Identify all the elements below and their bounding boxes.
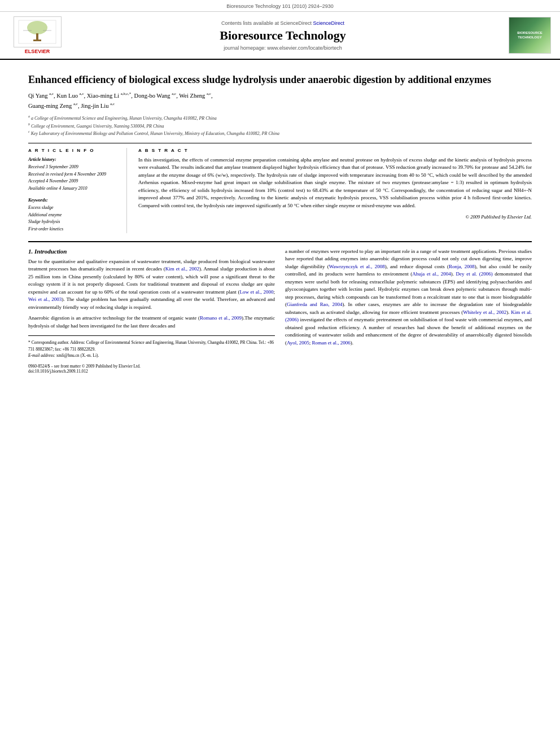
keyword-4: First-order kinetics	[28, 226, 120, 233]
elsevier-brand-text: ELSEVIER	[25, 49, 50, 54]
ref-ayol2005[interactable]: Ayol, 2005	[287, 340, 309, 346]
elsevier-logo-image	[14, 16, 62, 47]
ref-romano2009[interactable]: Romano et al., 2009	[200, 315, 242, 321]
issn-line: 0960-8524/$ – see front matter © 2009 Pu…	[28, 364, 275, 369]
keyword-2: Additional enzyme	[28, 212, 120, 219]
journal-reference: Bioresource Technology 101 (2010) 2924–2…	[0, 0, 560, 11]
abstract-text: In this investigation, the effects of co…	[138, 156, 532, 210]
bioresource-logo-box: BIORESOURCETECHNOLOGY	[509, 17, 551, 54]
ref-whiteley2002[interactable]: Whiteley et al., 2002	[463, 309, 506, 315]
history-label: Article history:	[28, 156, 120, 164]
intro-title-text: Introduction	[34, 248, 67, 255]
article-title: Enhanced efficiency of biological excess…	[28, 73, 532, 86]
affil-a: a a College of Environmental Science and…	[28, 114, 532, 122]
keyword-3: Sludge hydrolysis	[28, 219, 120, 226]
elsevier-logo: ELSEVIER	[9, 16, 65, 54]
main-content: Enhanced efficiency of biological excess…	[0, 60, 560, 385]
article-history: Article history: Received 3 September 20…	[28, 156, 120, 193]
affiliations: a a College of Environmental Science and…	[28, 114, 532, 137]
svg-rect-2	[36, 33, 38, 40]
abstract-heading: A B S T R A C T	[138, 148, 532, 153]
affil-b: b College of Environment, Guangxi Univer…	[28, 122, 532, 130]
svg-point-1	[27, 21, 47, 34]
received-date: Received 3 September 2009	[28, 164, 120, 171]
keyword-1: Excess sludge	[28, 204, 120, 212]
intro-heading: 1. Introduction	[28, 248, 275, 255]
keywords-label: Keywords:	[28, 197, 120, 204]
ref-roman2006[interactable]: Roman et al., 2006	[312, 340, 350, 346]
ref-ronja2008[interactable]: Ronja, 2008	[449, 264, 475, 269]
ref-gian2004[interactable]: Gianfreda and Rao, 2004	[287, 302, 342, 307]
doi-section: 0960-8524/$ – see front matter © 2009 Pu…	[28, 362, 275, 374]
ref-low2000[interactable]: Low et al., 2000	[239, 289, 273, 295]
email-link[interactable]: xmli@hnu.cn	[56, 353, 80, 358]
intro-number: 1.	[28, 248, 33, 255]
accepted-date: Accepted 4 November 2009	[28, 178, 120, 185]
journal-homepage: journal homepage: www.elsevier.com/locat…	[65, 45, 500, 51]
journal-logo-right: BIORESOURCETECHNOLOGY	[500, 17, 551, 54]
footnote-email: E-mail address: xmli@hnu.cn (X.-m. Li).	[28, 352, 275, 359]
intro-paragraph-1: Due to the quantitative and qualitative …	[28, 258, 275, 312]
available-date: Available online 4 January 2010	[28, 185, 120, 193]
article-info-abstract-section: A R T I C L E I N F O Article history: R…	[28, 143, 532, 233]
doi-line: doi:10.1016/j.biortech.2009.11.012	[28, 369, 275, 374]
received-revised-date: Received in revised form 4 November 2009	[28, 171, 120, 178]
keywords-section: Keywords: Excess sludge Additional enzym…	[28, 197, 120, 233]
abstract-panel: A B S T R A C T In this investigation, t…	[138, 148, 532, 233]
bioresource-logo-text: BIORESOURCETECHNOLOGY	[517, 31, 542, 40]
intro-paragraph-2: Anaerobic digestion is an attractive tec…	[28, 314, 275, 330]
ref-kim2002[interactable]: Kim et al., 2002	[165, 266, 199, 272]
journal-title: Bioresource Technology	[65, 28, 500, 43]
body-two-col: 1. Introduction Due to the quantitative …	[28, 248, 532, 374]
sciencedirect-link: Contents lists available at ScienceDirec…	[65, 20, 500, 26]
affil-c: c Key Laboratory of Environmental Biolog…	[28, 129, 532, 137]
ref-wei2003[interactable]: Wei et al., 2003	[28, 296, 62, 302]
header-center: Contents lists available at ScienceDirec…	[65, 20, 500, 51]
body-right-col: a number of enzymes were reported to pla…	[285, 248, 532, 374]
article-info-panel: A R T I C L E I N F O Article history: R…	[28, 148, 127, 233]
body-left-col: 1. Introduction Due to the quantitative …	[28, 248, 275, 374]
journal-header-banner: ELSEVIER Contents lists available at Sci…	[0, 11, 560, 60]
ref-ahuja2004[interactable]: Ahuja et al., 2004	[412, 271, 450, 277]
sciencedirect-anchor[interactable]: ScienceDirect	[313, 20, 345, 26]
sciencedirect-text: Contents lists available at ScienceDirec…	[221, 20, 312, 26]
ref-waw2008[interactable]: Wawrzynczyk et al., 2008	[329, 264, 385, 269]
right-col-paragraph-1: a number of enzymes were reported to pla…	[285, 248, 532, 347]
footnote-star-text: * Corresponding author. Address: College…	[28, 339, 275, 352]
footnote-section: * Corresponding author. Address: College…	[28, 335, 275, 359]
introduction-section: 1. Introduction Due to the quantitative …	[28, 241, 532, 374]
copyright-line: © 2009 Published by Elsevier Ltd.	[138, 214, 532, 220]
authors: Qi Yang a,c, Kun Luo a,c, Xiao-ming Li a…	[28, 91, 532, 111]
svg-rect-3	[33, 40, 41, 41]
article-info-heading: A R T I C L E I N F O	[28, 148, 120, 153]
ref-dey2006[interactable]: Dey et al. (2006)	[456, 271, 493, 277]
